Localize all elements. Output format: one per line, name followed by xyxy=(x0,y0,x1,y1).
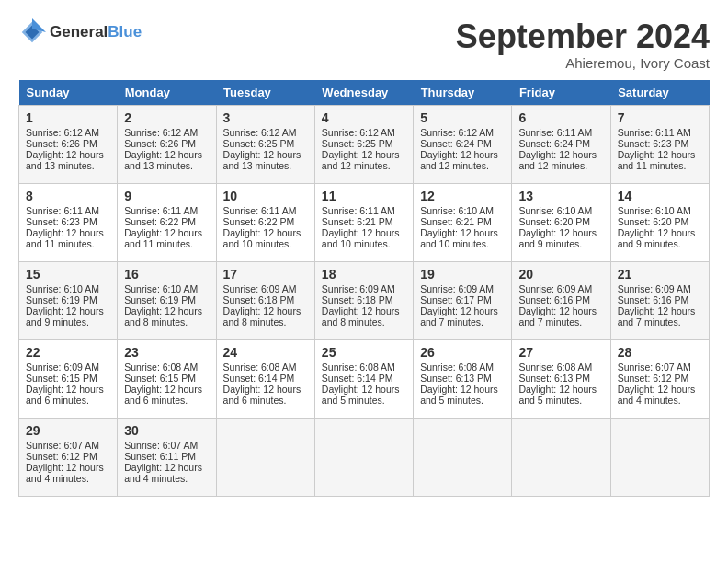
day-number: 2 xyxy=(124,110,209,125)
day-info-line: Daylight: 12 hours xyxy=(124,305,209,316)
day-info-line: and 13 minutes. xyxy=(223,160,308,171)
day-info-line: and 11 minutes. xyxy=(618,160,702,171)
day-of-week-header: Thursday xyxy=(414,80,512,106)
day-info-line: and 7 minutes. xyxy=(618,316,702,327)
day-info-line: and 11 minutes. xyxy=(124,238,209,249)
day-number: 6 xyxy=(518,110,603,125)
day-info-line: Sunrise: 6:12 AM xyxy=(420,127,505,138)
day-info-line: Daylight: 12 hours xyxy=(223,305,308,316)
day-info-line: Sunrise: 6:07 AM xyxy=(26,440,110,451)
calendar-table: SundayMondayTuesdayWednesdayThursdayFrid… xyxy=(18,80,710,497)
logo: GeneralBlue xyxy=(18,18,142,46)
calendar-cell: 14Sunrise: 6:10 AMSunset: 6:20 PMDayligh… xyxy=(610,183,709,261)
calendar-cell: 24Sunrise: 6:08 AMSunset: 6:14 PMDayligh… xyxy=(216,339,314,418)
location-subtitle: Ahieremou, Ivory Coast xyxy=(456,55,710,71)
day-info-line: Sunrise: 6:07 AM xyxy=(124,440,209,451)
day-info-line: Sunset: 6:19 PM xyxy=(124,294,209,305)
day-info-line: Sunrise: 6:12 AM xyxy=(26,127,110,138)
day-info-line: and 7 minutes. xyxy=(518,316,603,327)
day-info-line: Daylight: 12 hours xyxy=(618,384,702,395)
day-number: 29 xyxy=(26,423,110,438)
logo-icon xyxy=(18,18,46,46)
day-info-line: Sunset: 6:22 PM xyxy=(223,216,308,227)
day-info-line: Daylight: 12 hours xyxy=(618,149,702,160)
calendar-cell xyxy=(610,418,709,496)
day-info-line: Sunset: 6:24 PM xyxy=(518,138,603,149)
day-info-line: and 4 minutes. xyxy=(26,473,110,484)
day-info-line: Sunrise: 6:12 AM xyxy=(223,127,308,138)
calendar-cell: 30Sunrise: 6:07 AMSunset: 6:11 PMDayligh… xyxy=(118,418,216,496)
calendar-body: 1Sunrise: 6:12 AMSunset: 6:26 PMDaylight… xyxy=(19,105,710,496)
day-info-line: Daylight: 12 hours xyxy=(124,384,209,395)
day-info-line: Sunrise: 6:09 AM xyxy=(26,362,110,373)
day-info-line: and 4 minutes. xyxy=(124,473,209,484)
day-info-line: Sunset: 6:21 PM xyxy=(420,216,505,227)
calendar-week-row: 29Sunrise: 6:07 AMSunset: 6:12 PMDayligh… xyxy=(19,418,710,496)
day-number: 15 xyxy=(26,267,110,282)
day-info-line: Sunset: 6:14 PM xyxy=(223,373,308,384)
day-info-line: Sunrise: 6:08 AM xyxy=(518,362,603,373)
calendar-header-row: SundayMondayTuesdayWednesdayThursdayFrid… xyxy=(19,80,710,106)
calendar-cell: 21Sunrise: 6:09 AMSunset: 6:16 PMDayligh… xyxy=(610,261,709,339)
day-number: 10 xyxy=(223,189,308,203)
day-info-line: Sunset: 6:16 PM xyxy=(618,294,702,305)
calendar-cell: 29Sunrise: 6:07 AMSunset: 6:12 PMDayligh… xyxy=(19,418,118,496)
calendar-cell: 4Sunrise: 6:12 AMSunset: 6:25 PMDaylight… xyxy=(314,105,413,183)
day-info-line: Daylight: 12 hours xyxy=(420,384,505,395)
day-info-line: Sunset: 6:13 PM xyxy=(420,373,505,384)
day-info-line: Sunrise: 6:12 AM xyxy=(124,127,209,138)
day-of-week-header: Tuesday xyxy=(216,80,314,106)
calendar-week-row: 8Sunrise: 6:11 AMSunset: 6:23 PMDaylight… xyxy=(19,183,710,261)
day-info-line: Sunrise: 6:08 AM xyxy=(322,362,406,373)
day-of-week-header: Wednesday xyxy=(314,80,413,106)
day-info-line: and 11 minutes. xyxy=(26,238,110,249)
day-info-line: Sunrise: 6:10 AM xyxy=(618,205,702,216)
calendar-cell: 7Sunrise: 6:11 AMSunset: 6:23 PMDaylight… xyxy=(610,105,709,183)
day-info-line: Sunrise: 6:11 AM xyxy=(124,205,209,216)
day-info-line: and 9 minutes. xyxy=(26,316,110,327)
day-info-line: Sunrise: 6:10 AM xyxy=(420,205,505,216)
day-info-line: and 12 minutes. xyxy=(518,160,603,171)
day-info-line: Sunset: 6:16 PM xyxy=(518,294,603,305)
day-info-line: and 8 minutes. xyxy=(322,316,406,327)
day-info-line: Daylight: 12 hours xyxy=(124,149,209,160)
day-info-line: and 6 minutes. xyxy=(124,395,209,406)
calendar-cell: 28Sunrise: 6:07 AMSunset: 6:12 PMDayligh… xyxy=(610,339,709,418)
calendar-cell: 9Sunrise: 6:11 AMSunset: 6:22 PMDaylight… xyxy=(118,183,216,261)
day-info-line: and 4 minutes. xyxy=(618,395,702,406)
day-info-line: and 6 minutes. xyxy=(223,395,308,406)
day-info-line: Daylight: 12 hours xyxy=(618,305,702,316)
day-info-line: Daylight: 12 hours xyxy=(26,384,110,395)
day-info-line: Sunset: 6:20 PM xyxy=(618,216,702,227)
day-number: 20 xyxy=(518,267,603,282)
day-info-line: Daylight: 12 hours xyxy=(518,305,603,316)
day-info-line: and 10 minutes. xyxy=(420,238,505,249)
calendar-cell: 15Sunrise: 6:10 AMSunset: 6:19 PMDayligh… xyxy=(19,261,118,339)
day-info-line: and 13 minutes. xyxy=(26,160,110,171)
title-block: September 2024 Ahieremou, Ivory Coast xyxy=(456,18,710,71)
day-info-line: and 5 minutes. xyxy=(322,395,406,406)
calendar-cell xyxy=(216,418,314,496)
day-info-line: Sunrise: 6:10 AM xyxy=(518,205,603,216)
day-info-line: and 13 minutes. xyxy=(124,160,209,171)
day-info-line: Daylight: 12 hours xyxy=(26,462,110,473)
day-info-line: Sunrise: 6:12 AM xyxy=(322,127,406,138)
day-info-line: Daylight: 12 hours xyxy=(124,227,209,238)
day-number: 28 xyxy=(618,345,702,360)
day-number: 23 xyxy=(124,345,209,360)
day-info-line: Daylight: 12 hours xyxy=(322,384,406,395)
day-info-line: Sunset: 6:23 PM xyxy=(26,216,110,227)
day-info-line: Sunrise: 6:08 AM xyxy=(420,362,505,373)
day-info-line: Sunset: 6:24 PM xyxy=(420,138,505,149)
day-number: 11 xyxy=(322,189,406,203)
day-number: 1 xyxy=(26,110,110,125)
day-info-line: Daylight: 12 hours xyxy=(420,305,505,316)
day-number: 22 xyxy=(26,345,110,360)
day-info-line: Sunrise: 6:09 AM xyxy=(322,283,406,294)
day-info-line: Daylight: 12 hours xyxy=(518,227,603,238)
day-info-line: Daylight: 12 hours xyxy=(223,384,308,395)
day-of-week-header: Monday xyxy=(118,80,216,106)
day-number: 7 xyxy=(618,110,702,125)
day-number: 3 xyxy=(223,110,308,125)
day-info-line: Sunrise: 6:11 AM xyxy=(223,205,308,216)
